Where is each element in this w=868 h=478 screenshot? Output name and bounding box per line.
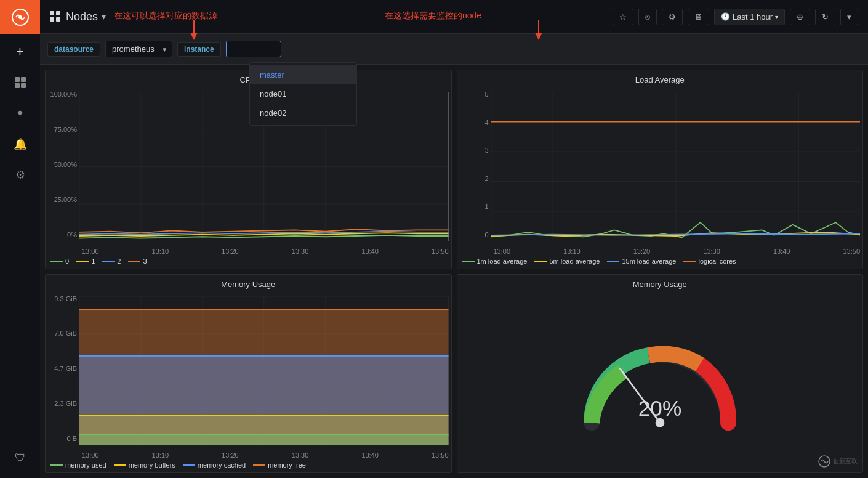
legend-line-3 (128, 261, 140, 262)
load-chart-body: 5 4 3 2 1 0 (457, 89, 863, 255)
instance-input[interactable] (226, 41, 281, 57)
share-button[interactable]: ⎋ (638, 9, 657, 25)
watermark: 创新互联 (818, 455, 858, 468)
watermark-logo (818, 455, 830, 468)
mem-y-labels: 9.3 GiB 7.0 GiB 4.7 GiB 2.3 GiB 0 B (46, 294, 79, 444)
charts-area: CPU 100.00% 75.00% 50.00% 25.00% 0% (40, 65, 868, 478)
svg-rect-4 (15, 83, 20, 88)
dropdown-item-node01[interactable]: node01 (250, 84, 356, 103)
legend-line-0 (50, 261, 63, 262)
datasource-label: datasource (47, 42, 100, 57)
datasource-select-wrap[interactable]: prometheus (105, 41, 172, 57)
watermark-text: 创新互联 (833, 457, 858, 466)
sidebar-explore[interactable]: ✦ (0, 98, 40, 129)
dropdown-item-master[interactable]: master (250, 65, 356, 84)
time-range-button[interactable]: 🕐 Last 1 hour ▾ (714, 9, 785, 25)
legend-5m-line (534, 261, 547, 262)
svg-rect-5 (21, 83, 26, 88)
cpu-legend-3: 3 (128, 257, 147, 265)
load-chart-inner (491, 92, 861, 241)
sidebar-alerting[interactable]: 🔔 (0, 129, 40, 160)
mem-legend-free: memory free (253, 461, 306, 469)
header: Nodes ▾ ☆ ⎋ ⚙ 🖥 🕐 Last 1 hour ▾ ⊕ ↻ ▾ (40, 0, 868, 34)
toolbar: datasource prometheus instance 在这可以选择对应的… (40, 34, 868, 65)
load-x-labels: 13:00 13:10 13:20 13:30 13:40 13:50 (491, 248, 863, 255)
mem-legend-buffers: memory buffers (114, 461, 175, 469)
mem-legend: memory used memory buffers memory cached… (46, 459, 451, 472)
load-y-labels: 5 4 3 2 1 0 (457, 89, 491, 240)
svg-marker-54 (79, 434, 449, 445)
tv-button[interactable]: 🖥 (688, 9, 709, 25)
time-range-label: Last 1 hour (733, 12, 773, 22)
main-content: Nodes ▾ ☆ ⎋ ⚙ 🖥 🕐 Last 1 hour ▾ ⊕ ↻ ▾ da… (40, 0, 868, 478)
svg-rect-7 (56, 11, 60, 15)
mem-chart-panel: Memory Usage 9.3 GiB 7.0 GiB 4.7 GiB 2.3… (45, 274, 452, 474)
sidebar-shield[interactable]: 🛡 (0, 442, 40, 473)
svg-rect-2 (15, 77, 20, 82)
more-button[interactable]: ▾ (840, 9, 858, 25)
load-legend-5m: 5m load average (534, 257, 600, 265)
load-legend-cores: logical cores (683, 257, 736, 265)
legend-line-1 (76, 261, 89, 262)
title-dropdown-icon[interactable]: ▾ (102, 12, 106, 22)
sidebar-dashboards[interactable] (0, 67, 40, 98)
mem-chart-title: Memory Usage (46, 275, 451, 294)
cpu-chart-title: CPU (46, 70, 451, 89)
legend-line-2 (102, 261, 115, 262)
mem-chart-body: 9.3 GiB 7.0 GiB 4.7 GiB 2.3 GiB 0 B (46, 294, 451, 460)
sidebar-add[interactable]: + (0, 36, 40, 67)
header-right: ☆ ⎋ ⚙ 🖥 🕐 Last 1 hour ▾ ⊕ ↻ ▾ (613, 9, 858, 25)
legend-15m-line (607, 261, 619, 262)
cpu-x-labels: 13:00 13:10 13:20 13:30 13:40 13:50 (79, 248, 451, 255)
grid-icon (50, 11, 61, 22)
cpu-chart-panel: CPU 100.00% 75.00% 50.00% 25.00% 0% (45, 70, 452, 269)
instance-dropdown: master node01 node02 (249, 62, 357, 126)
mem-svg (79, 296, 449, 446)
load-legend-1m: 1m load average (462, 257, 528, 265)
mem-legend-used: memory used (50, 461, 106, 469)
zoom-button[interactable]: ⊕ (790, 9, 810, 25)
svg-rect-9 (56, 17, 60, 22)
load-legend-15m: 15m load average (607, 257, 676, 265)
mem-chart-inner (79, 296, 449, 446)
svg-rect-8 (50, 17, 54, 22)
legend-buffers-line (114, 464, 126, 466)
app-logo[interactable] (0, 0, 40, 34)
svg-rect-3 (21, 77, 26, 82)
page-title: Nodes ▾ (66, 10, 106, 23)
svg-text:20%: 20% (638, 396, 681, 420)
cpu-legend-2: 2 (102, 257, 121, 265)
cpu-cursor (448, 92, 449, 241)
mem-x-labels: 13:00 13:10 13:20 13:30 13:40 13:50 (79, 452, 451, 459)
header-left: Nodes ▾ (50, 10, 106, 23)
datasource-select[interactable]: prometheus (105, 41, 172, 57)
load-svg (491, 92, 861, 241)
load-legend: 1m load average 5m load average 15m load… (457, 255, 863, 269)
sidebar: + ✦ 🔔 ⚙ 🛡 (0, 0, 40, 478)
refresh-button[interactable]: ↻ (815, 9, 835, 25)
legend-cached-line (183, 464, 195, 466)
settings-button[interactable]: ⚙ (662, 9, 683, 25)
star-button[interactable]: ☆ (613, 9, 633, 25)
gauge-svg: 20% (574, 326, 746, 440)
legend-cores-line (683, 261, 696, 262)
mem-gauge-title: Memory Usage (457, 275, 863, 294)
mem-legend-cached: memory cached (183, 461, 246, 469)
gauge-container: 20% 创新互联 (457, 294, 863, 473)
legend-free-line (253, 464, 265, 466)
sidebar-config[interactable]: ⚙ (0, 160, 40, 190)
svg-point-1 (18, 15, 22, 19)
cpu-legend: 0 1 2 3 (46, 255, 451, 269)
cpu-legend-0: 0 (50, 257, 69, 265)
instance-label: instance (177, 42, 221, 57)
legend-used-line (50, 464, 63, 466)
load-chart-title: Load Average (457, 70, 863, 89)
legend-1m-line (462, 261, 475, 262)
cpu-legend-1: 1 (76, 257, 95, 265)
mem-gauge-panel: Memory Usage 20% (457, 274, 864, 474)
cpu-chart-body: 100.00% 75.00% 50.00% 25.00% 0% (46, 89, 451, 255)
dropdown-item-node02[interactable]: node02 (250, 103, 356, 123)
svg-rect-6 (50, 11, 54, 15)
load-chart-panel: Load Average 5 4 3 2 1 0 (457, 70, 864, 269)
cpu-y-labels: 100.00% 75.00% 50.00% 25.00% 0% (46, 89, 79, 240)
